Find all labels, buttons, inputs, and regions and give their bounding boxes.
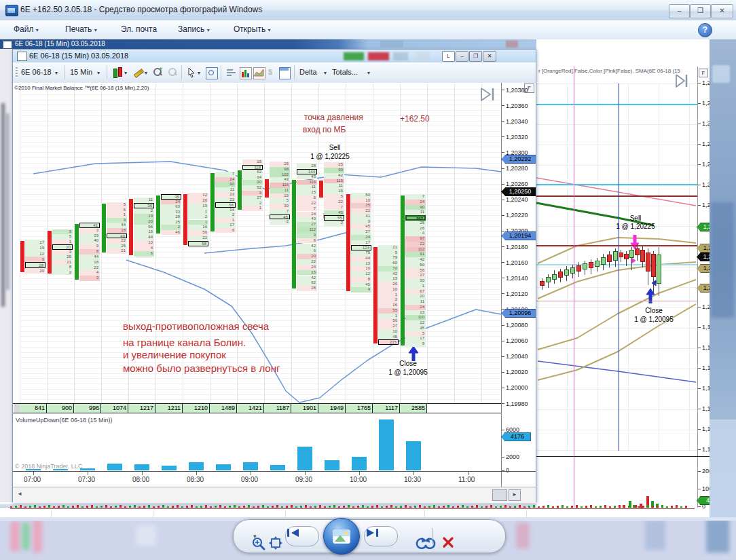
interval-selector[interactable]: 15 Min	[70, 68, 92, 76]
volume-dot	[447, 505, 449, 508]
footprint-cell: 9	[52, 250, 73, 255]
menu-open[interactable]: Открыть ▾	[234, 24, 271, 34]
footprint-candle: 17191262820	[20, 240, 47, 274]
zoom-caret[interactable]: ▾	[253, 533, 257, 540]
zoom-out-icon[interactable]	[168, 67, 178, 77]
candle-body-bar	[210, 173, 215, 231]
help-icon[interactable]: ?	[698, 23, 712, 37]
chart-trader-icon[interactable]	[253, 67, 265, 79]
footprint-cell: 13	[405, 310, 426, 316]
volume-total-cell: 1765	[346, 404, 373, 413]
close-button[interactable]: ✕	[711, 4, 733, 18]
footprint-cell: 2	[378, 297, 399, 303]
volume-dot	[291, 505, 293, 508]
footprint-cell: 27	[297, 222, 317, 227]
volume-dot	[657, 506, 659, 508]
volume-dot	[590, 505, 592, 508]
footprint-cell: 14	[215, 208, 236, 213]
candle-body	[583, 263, 587, 269]
menu-print[interactable]: Печать ▾	[65, 24, 97, 34]
poc-cell: 56	[215, 202, 236, 208]
volume-total-cell: 1211	[155, 404, 183, 413]
time-axis-label: 08:30	[187, 476, 204, 483]
instrument-selector[interactable]: 6E 06-18	[21, 68, 52, 76]
slideshow-button[interactable]	[323, 518, 360, 555]
axis-tick	[502, 372, 504, 373]
footprint-cell: 19	[25, 245, 45, 250]
volume-dot	[86, 506, 88, 508]
footprint-cell: 91	[405, 252, 426, 257]
footprint-cell: 2	[324, 221, 344, 226]
previous-button[interactable]	[285, 526, 319, 546]
candle-body-bar	[401, 195, 405, 346]
candle-body-bar	[129, 199, 133, 255]
chevron-down-icon: ▾	[198, 70, 200, 76]
footprint-cell: 5	[107, 202, 127, 208]
chart-style-icon[interactable]	[112, 67, 123, 78]
footprint-cell: 9	[405, 341, 426, 347]
scroll-right-icon[interactable]: ►	[509, 489, 521, 501]
volume-dot	[219, 505, 221, 508]
volume-dot	[24, 506, 26, 508]
footprint-cell: 22	[188, 236, 208, 241]
footprint-cell: 12	[188, 193, 208, 198]
volume-dot	[428, 506, 430, 508]
chart-link-button[interactable]: L	[442, 51, 455, 62]
delta-selector[interactable]: Delta	[299, 68, 317, 76]
volume-dot	[519, 505, 521, 508]
footprint-candle: 25981024311611155307452	[264, 162, 291, 225]
scroll-left-icon[interactable]: ◄	[17, 491, 22, 497]
footprint-cell: 50	[405, 263, 426, 268]
menu-file[interactable]: Файл ▾	[14, 24, 39, 34]
next-button[interactable]	[364, 526, 398, 546]
price-axis-label: 1,20040	[506, 353, 528, 360]
footprint-cell: 6	[25, 257, 45, 262]
zoom-window-icon[interactable]	[206, 67, 218, 79]
footprint-cell: 9	[107, 218, 127, 223]
panel-icon[interactable]	[279, 67, 291, 79]
footprint-cell: 44	[107, 223, 127, 228]
price-axis-label: 1,20260	[506, 181, 528, 187]
footprint-cell: 21	[107, 248, 127, 254]
poc-cell: 41	[79, 223, 100, 228]
menu-bar: Файл ▾ Печать ▾ Эл. почта Запись ▾ Откры…	[0, 20, 736, 40]
scrollbar-thumb[interactable]	[492, 489, 507, 501]
axis-tick	[698, 429, 701, 430]
footprint-cell: 15	[242, 160, 263, 165]
volume-dot	[105, 505, 107, 508]
cursor-tool-icon[interactable]	[187, 67, 196, 78]
footprint-candle: 352463332825246	[155, 194, 183, 235]
depth-icon[interactable]	[226, 68, 236, 77]
footprint-cell: 1	[188, 220, 208, 225]
volume-dot	[628, 506, 630, 508]
price-axis-label: 1,20500	[702, 202, 710, 208]
totals-selector[interactable]: Totals...	[332, 68, 358, 76]
currency-icon[interactable]: $	[268, 68, 272, 76]
footprint-cell: 112	[297, 227, 317, 233]
price-axis-label: 1,20600	[702, 181, 710, 188]
maximize-button[interactable]: ❐	[690, 4, 711, 18]
time-tick	[196, 472, 197, 475]
indicators-icon[interactable]	[240, 67, 252, 79]
drawing-tool-icon[interactable]	[132, 67, 143, 78]
minimize-button[interactable]: –	[669, 4, 690, 18]
menu-burn[interactable]: Запись ▾	[178, 24, 210, 34]
volume-dot	[462, 505, 464, 508]
candle-body	[564, 269, 569, 276]
footprint-cell: 24	[215, 177, 236, 183]
volume-axis-label: 2000	[506, 453, 519, 460]
footprint-cell: 19	[79, 234, 100, 239]
footprint-cell: 52	[242, 185, 263, 191]
footprint-cell: 3	[79, 228, 100, 234]
volume-dot	[680, 506, 682, 508]
volume-axis-label: 6000	[506, 426, 519, 433]
menu-email[interactable]: Эл. почта	[121, 24, 157, 34]
fg-minimize-button[interactable]: –	[456, 51, 468, 62]
zoom-in-icon[interactable]: +	[153, 67, 163, 77]
volume-dot	[243, 506, 245, 508]
footprint-cell: 28	[161, 214, 181, 220]
fg-restore-button[interactable]: ❐	[469, 51, 482, 62]
blur-blob	[136, 525, 156, 546]
fg-close-button[interactable]: ✕	[483, 51, 496, 62]
axis-tick	[502, 356, 504, 357]
